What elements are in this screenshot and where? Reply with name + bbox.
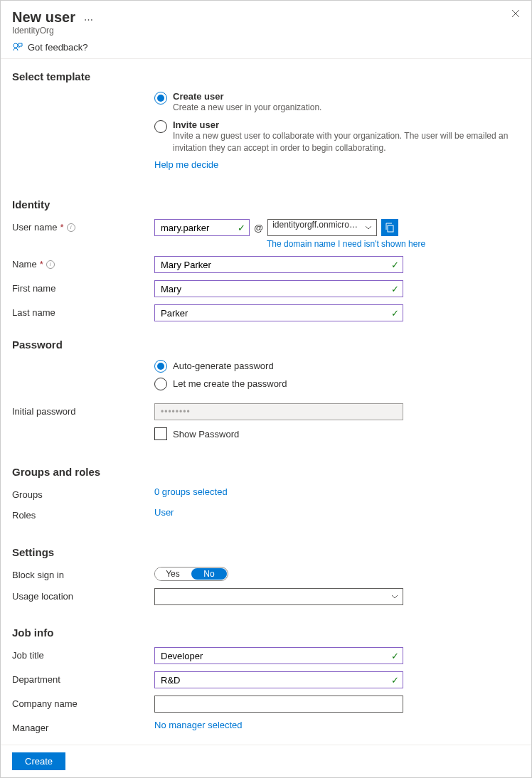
block-signin-label: Block sign in: [12, 570, 64, 580]
show-password-checkbox[interactable]: [154, 427, 167, 440]
job-title-input[interactable]: [154, 647, 403, 664]
feedback-link[interactable]: Got feedback?: [1, 36, 531, 59]
invite-user-label: Invite user: [173, 119, 520, 130]
username-label: User name: [12, 222, 58, 233]
invite-user-desc: Invite a new guest user to collaborate w…: [173, 130, 520, 154]
create-user-desc: Create a new user in your organization.: [173, 102, 321, 114]
section-job-info: Job info: [12, 627, 520, 639]
initial-password-label: Initial password: [12, 406, 76, 417]
feedback-label: Got feedback?: [28, 42, 88, 53]
domain-select[interactable]: identityorgff.onmicrosoft....: [267, 219, 377, 236]
copy-button[interactable]: [381, 219, 398, 236]
name-input[interactable]: [154, 256, 403, 273]
radio-auto-password[interactable]: [154, 360, 167, 373]
more-icon[interactable]: ⋯: [84, 14, 93, 25]
svg-rect-1: [388, 225, 393, 232]
manual-password-label: Let me create the password: [173, 378, 287, 389]
username-input[interactable]: [154, 219, 250, 236]
domain-value: identityorgff.onmicrosoft....: [272, 220, 373, 230]
create-button[interactable]: Create: [12, 752, 65, 770]
roles-value-link[interactable]: User: [154, 507, 174, 518]
close-icon: [511, 9, 520, 18]
chevron-down-icon: [391, 595, 398, 599]
section-settings: Settings: [12, 546, 520, 558]
radio-create-user[interactable]: [154, 92, 167, 105]
block-signin-toggle[interactable]: Yes No: [154, 567, 228, 581]
svg-point-0: [14, 43, 18, 48]
company-label: Company name: [12, 698, 78, 709]
info-icon[interactable]: i: [46, 260, 55, 269]
initial-password-input: [154, 403, 403, 420]
blade-header: New user ⋯ IdentityOrg: [1, 1, 531, 36]
toggle-no[interactable]: No: [191, 568, 227, 580]
section-password: Password: [12, 339, 520, 351]
page-title: New user: [12, 9, 75, 26]
section-select-template: Select template: [12, 70, 520, 82]
usage-location-label: Usage location: [12, 591, 73, 602]
toggle-yes[interactable]: Yes: [155, 567, 191, 580]
required-marker: *: [40, 259, 43, 270]
firstname-input[interactable]: [154, 280, 403, 297]
manager-value-link[interactable]: No manager selected: [154, 720, 243, 730]
help-me-decide-link[interactable]: Help me decide: [154, 159, 520, 170]
close-button[interactable]: [511, 9, 520, 18]
copy-icon: [385, 223, 395, 233]
section-groups-roles: Groups and roles: [12, 466, 520, 478]
at-symbol: @: [254, 223, 263, 233]
manager-label: Manager: [12, 723, 48, 733]
footer: Create: [1, 745, 531, 777]
radio-manual-password[interactable]: [154, 378, 167, 390]
info-icon[interactable]: i: [67, 223, 75, 232]
show-password-label: Show Password: [173, 429, 239, 439]
usage-location-select[interactable]: [154, 588, 403, 605]
lastname-input[interactable]: [154, 304, 403, 321]
groups-value-link[interactable]: 0 groups selected: [154, 486, 228, 497]
job-title-label: Job title: [12, 650, 44, 661]
firstname-label: First name: [12, 283, 55, 294]
section-identity: Identity: [12, 198, 520, 211]
department-input[interactable]: [154, 671, 403, 688]
page-subtitle: IdentityOrg: [12, 26, 520, 36]
roles-label: Roles: [12, 510, 36, 521]
department-label: Department: [12, 674, 60, 685]
auto-password-label: Auto-generate password: [173, 361, 274, 371]
feedback-icon: [12, 41, 23, 53]
radio-invite-user[interactable]: [154, 120, 167, 133]
create-user-label: Create user: [173, 91, 321, 102]
domain-hint-link[interactable]: The domain name I need isn't shown here: [267, 239, 520, 249]
name-label: Name: [12, 259, 37, 270]
required-marker: *: [60, 222, 64, 233]
company-input[interactable]: [154, 696, 403, 713]
groups-label: Groups: [12, 489, 43, 500]
lastname-label: Last name: [12, 307, 55, 318]
